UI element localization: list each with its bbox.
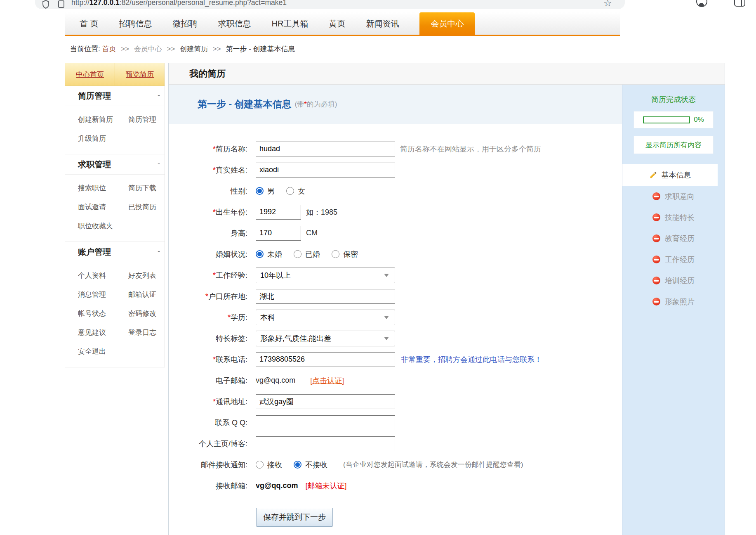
basic-info-form: *简历名称: 简历名称不在网站显示，用于区分多个简历 *真实姓名: 性别: 男 …: [169, 124, 622, 527]
sidebar-item-email-verify[interactable]: 邮箱认证: [128, 285, 165, 304]
nav-item-hr-toolbox[interactable]: HR工具箱: [272, 18, 309, 29]
height-input[interactable]: [256, 226, 301, 241]
label-text: 特长标签:: [216, 334, 247, 343]
education-select[interactable]: 本科: [256, 310, 395, 325]
nav-item-micro-recruit[interactable]: 微招聘: [173, 18, 198, 29]
breadcrumb-create-link[interactable]: 创建简历: [180, 45, 208, 53]
marital-married-radio[interactable]: [294, 250, 301, 258]
sidebar-item-profile[interactable]: 个人资料: [78, 266, 128, 285]
resume-name-input[interactable]: [256, 142, 395, 156]
panel-item-skills[interactable]: 技能特长: [622, 207, 725, 228]
experience-select[interactable]: 10年以上: [256, 268, 395, 283]
gender-male-label: 男: [267, 186, 275, 196]
page-icon[interactable]: [58, 0, 64, 8]
section-title-account-manage: 账户管理 -: [65, 242, 165, 262]
sidebar-item-logout[interactable]: 安全退出: [78, 342, 128, 361]
sidebar-item-search-jobs[interactable]: 搜索职位: [78, 179, 128, 198]
nav-item-yellow-pages[interactable]: 黄页: [329, 18, 345, 29]
required-mark: *: [213, 166, 216, 174]
panel-item-job-intention[interactable]: 求职意向: [622, 186, 725, 207]
qq-input[interactable]: [256, 415, 395, 430]
note-pre: (带: [294, 100, 304, 108]
sidebar-tab-center-home[interactable]: 中心首页: [65, 63, 115, 85]
notify-accept-radio[interactable]: [256, 461, 264, 469]
notify-reject-radio[interactable]: [294, 461, 301, 469]
nav-item-jobs[interactable]: 招聘信息: [119, 18, 152, 29]
label-text: 个人主页/博客:: [199, 440, 247, 448]
sidebar-item-login-log[interactable]: 登录日志: [128, 323, 165, 342]
show-all-resume-button[interactable]: 显示简历所有内容: [634, 136, 714, 154]
panel-item-basic-info[interactable]: 基本信息: [622, 164, 718, 186]
sidebar-item-resume-manage[interactable]: 简历管理: [128, 110, 165, 129]
sidebar-item-resume-download[interactable]: 简历下载: [128, 179, 165, 198]
label-text: 电子邮箱:: [216, 376, 247, 385]
side-panel-icon[interactable]: [734, 0, 745, 7]
birth-year-input[interactable]: [256, 205, 301, 220]
required-mark: *: [213, 398, 216, 406]
section-title-resume-manage: 简历管理 -: [65, 86, 165, 106]
gender-female-radio[interactable]: [286, 187, 294, 195]
section-items: 个人资料 好友列表 消息管理 邮箱认证 帐号状态 密码修改 意见建议 登录日志 …: [65, 262, 165, 367]
collapse-icon[interactable]: -: [158, 154, 160, 173]
panel-item-training[interactable]: 培训经历: [622, 270, 725, 291]
breadcrumb-separator: >>: [121, 45, 129, 53]
real-name-label: *真实姓名:: [169, 165, 247, 175]
email-verify-link[interactable]: [点击认证]: [310, 376, 344, 386]
required-mark: *: [213, 355, 216, 364]
sidebar-item-submitted-resumes[interactable]: 已投简历: [128, 198, 165, 217]
form-row-receive-email: 接收邮箱: vg@qq.com [邮箱未认证]: [169, 475, 622, 496]
url-bar[interactable]: http://127.0.0.1:82/user/personal/person…: [35, 0, 625, 9]
sidebar-item-messages[interactable]: 消息管理: [78, 285, 128, 304]
shield-icon[interactable]: [42, 0, 49, 10]
save-next-button[interactable]: 保存并跳到下一步: [256, 508, 333, 527]
sidebar-item-job-favorites[interactable]: 职位收藏夹: [78, 217, 128, 236]
marital-single-radio[interactable]: [256, 250, 264, 258]
nav-item-job-seekers[interactable]: 求职信息: [218, 18, 251, 29]
residence-input[interactable]: [256, 289, 395, 304]
resume-name-label: *简历名称:: [169, 144, 247, 154]
sidebar-item-account-status[interactable]: 帐号状态: [78, 304, 128, 323]
sidebar-item-upgrade-resume[interactable]: 升级简历: [78, 129, 128, 148]
gender-male-radio[interactable]: [256, 187, 264, 195]
breadcrumb-prefix: 当前位置:: [70, 45, 100, 53]
form-row-homepage: 个人主页/博客:: [169, 433, 622, 454]
collapse-icon[interactable]: -: [158, 86, 160, 104]
breadcrumb-member-link[interactable]: 会员中心: [134, 45, 162, 53]
phone-input[interactable]: [256, 352, 395, 367]
form-row-experience: *工作经验: 10年以上: [169, 265, 622, 286]
panel-item-education[interactable]: 教育经历: [622, 228, 725, 249]
address-input[interactable]: [256, 394, 395, 409]
real-name-input[interactable]: [256, 163, 395, 178]
breadcrumb-home-link[interactable]: 首页: [102, 45, 116, 53]
bookmark-star-icon[interactable]: ☆: [603, 0, 612, 9]
main-nav: 首 页 招聘信息 微招聘 求职信息 HR工具箱 黄页 新闻资讯 会员中心: [65, 12, 620, 36]
homepage-input[interactable]: [256, 436, 395, 451]
nav-item-home[interactable]: 首 页: [80, 18, 99, 29]
nav-tab-member-center[interactable]: 会员中心: [419, 12, 475, 35]
birth-year-label: *出生年份:: [169, 207, 247, 217]
panel-item-work-experience[interactable]: 工作经历: [622, 249, 725, 270]
form-row-height: 身高: CM: [169, 223, 622, 244]
sidebar-tab-preview-resume[interactable]: 预览简历: [115, 63, 165, 85]
collapse-icon[interactable]: -: [158, 242, 160, 260]
label-text: 工作经验:: [216, 271, 247, 279]
section-title-text: 账户管理: [78, 247, 111, 256]
label-text: 出生年份:: [216, 208, 247, 216]
sidebar-item-interview-invites[interactable]: 面试邀请: [78, 198, 128, 217]
panel-item-photo[interactable]: 形象照片: [622, 291, 725, 312]
resume-form-panel: 第一步 - 创建基本信息 (带*的为必填) *简历名称: 简历名称不在网站显示，…: [169, 85, 622, 535]
sidebar-item-friends[interactable]: 好友列表: [128, 266, 165, 285]
marital-secret-radio[interactable]: [332, 250, 339, 258]
sidebar-item-feedback[interactable]: 意见建议: [78, 323, 128, 342]
phone-hint: 非常重要，招聘方会通过此电话与您联系！: [401, 355, 542, 365]
tags-select[interactable]: 形象好,气质佳,能出差: [256, 331, 395, 346]
nav-item-news[interactable]: 新闻资讯: [366, 18, 399, 29]
resume-status-panel: 简历完成状态 0% 显示简历所有内容 基本信息 求职意向 技能特长 教育经历 工…: [622, 85, 725, 535]
gender-female-label: 女: [298, 186, 305, 196]
url-text[interactable]: http://127.0.0.1:82/user/personal/person…: [71, 0, 287, 7]
sidebar-item-create-resume[interactable]: 创建新简历: [78, 110, 128, 129]
profile-icon[interactable]: [696, 0, 707, 7]
minus-circle-icon: [652, 234, 660, 242]
sidebar-item-password[interactable]: 密码修改: [128, 304, 165, 323]
sidebar-section-resume: 简历管理 - 创建新简历 简历管理 升级简历: [65, 86, 165, 154]
